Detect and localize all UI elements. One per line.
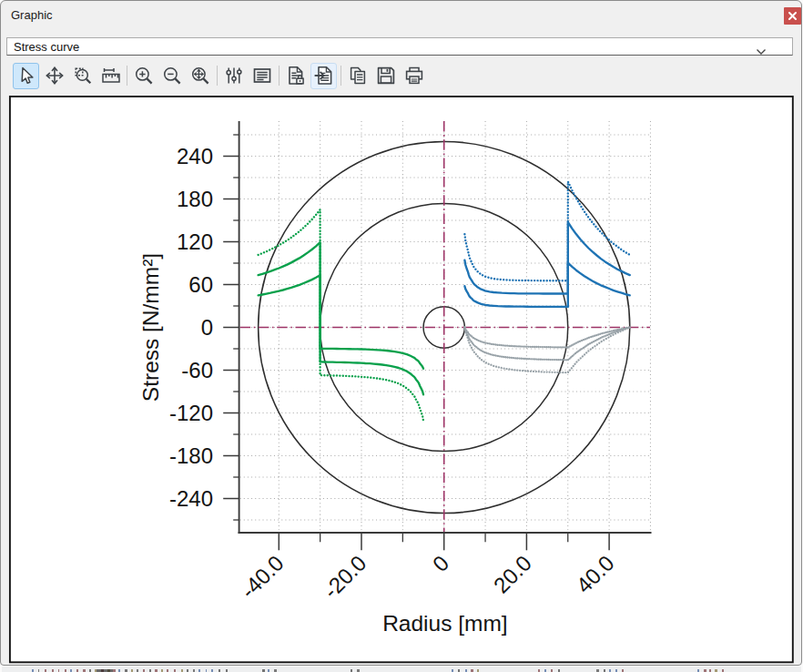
background-text-fragment — [615, 669, 617, 672]
background-text-fragment — [351, 669, 352, 672]
y-tick-label: -60 — [181, 358, 213, 382]
background-text-fragment — [715, 669, 717, 672]
stress-curve-plot[interactable]: -240-180-120-60060120180240-40.0-20.0020… — [0, 0, 803, 672]
background-text-fragment — [465, 669, 467, 672]
y-tick-label: -120 — [169, 401, 213, 425]
y-tick-label: -180 — [169, 443, 213, 468]
background-text-fragment — [458, 669, 460, 672]
background-text-fragment — [125, 669, 127, 672]
background-text-fragment — [622, 669, 624, 672]
background-text-fragment — [268, 669, 270, 672]
y-tick-label: 180 — [177, 187, 213, 211]
background-text-fragment — [704, 669, 706, 672]
background-text-fragment — [97, 669, 113, 672]
y-tick-label: 60 — [188, 272, 213, 297]
background-text-fragment — [143, 669, 145, 672]
y-tick-label: 240 — [177, 144, 213, 168]
y-tick-label: 120 — [177, 229, 213, 254]
background-text-fragment — [161, 669, 163, 672]
background-text-fragment — [89, 669, 91, 672]
background-text-fragment — [274, 669, 276, 672]
plot-frame — [10, 97, 793, 662]
screen: Graphic Stress curve -240-180-120-600601… — [0, 0, 803, 672]
background-text-fragment — [477, 669, 479, 672]
background-text-fragment — [174, 669, 176, 672]
y-tick-label: -240 — [169, 486, 213, 511]
background-text-fragment — [538, 669, 540, 672]
background-text-fragment — [83, 669, 86, 672]
background-text-fragment — [181, 669, 184, 672]
background-text-fragment — [558, 669, 561, 672]
y-axis-title: Stress [N/mm²] — [138, 253, 163, 402]
background-text-fragment — [131, 669, 133, 672]
background-text-fragment — [198, 669, 200, 672]
background-text-fragment — [155, 669, 158, 672]
background-text-fragment — [604, 669, 605, 672]
background-text-fragment — [113, 669, 116, 672]
background-text-fragment — [722, 669, 724, 672]
background-text-fragment — [211, 669, 213, 672]
background-text-fragment — [70, 669, 72, 672]
graphic-window: Graphic Stress curve -240-180-120-600601… — [0, 0, 802, 666]
background-text-fragment — [551, 669, 553, 672]
background-text-fragment — [167, 669, 168, 672]
background-text-fragment — [45, 669, 46, 672]
background-text-fragment — [357, 669, 360, 672]
background-window-sliver — [2, 667, 801, 672]
background-text-fragment — [32, 669, 34, 672]
background-text-fragment — [544, 669, 546, 672]
background-text-fragment — [118, 669, 120, 672]
background-text-fragment — [38, 669, 40, 672]
background-text-fragment — [452, 669, 453, 672]
background-text-fragment — [697, 669, 699, 672]
background-text-fragment — [193, 669, 195, 672]
background-text-fragment — [58, 669, 60, 672]
background-text-fragment — [149, 669, 151, 672]
background-text-fragment — [65, 669, 66, 672]
background-text-fragment — [262, 669, 265, 672]
background-text-fragment — [609, 669, 611, 672]
background-text-fragment — [76, 669, 78, 672]
background-text-fragment — [219, 669, 220, 672]
y-tick-label: 0 — [200, 315, 212, 340]
background-text-fragment — [206, 669, 208, 672]
x-axis-title: Radius [mm] — [382, 610, 508, 635]
background-text-fragment — [709, 669, 712, 672]
background-text-fragment — [471, 669, 473, 672]
background-text-fragment — [52, 669, 54, 672]
background-text-fragment — [137, 669, 138, 672]
background-text-fragment — [187, 669, 188, 672]
background-text-fragment — [226, 669, 228, 672]
background-text-fragment — [596, 669, 599, 672]
